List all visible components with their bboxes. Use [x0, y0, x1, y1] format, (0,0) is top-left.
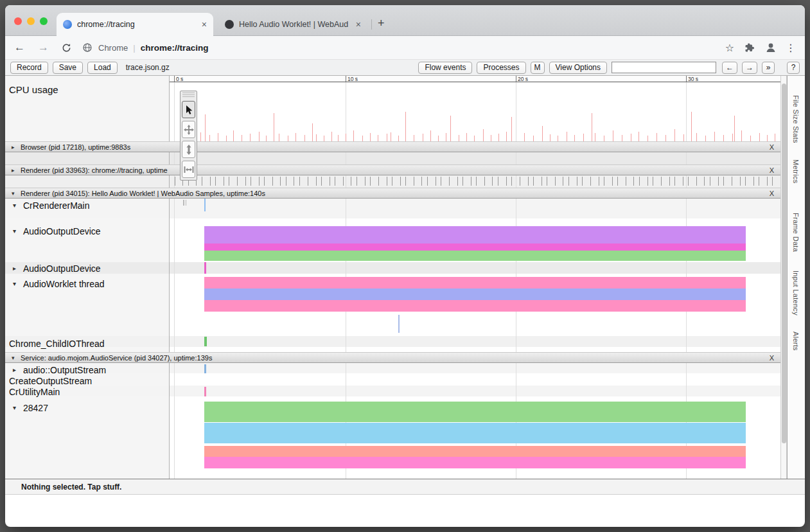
vertical-scrollbar[interactable]	[780, 76, 787, 479]
close-track-button[interactable]: X	[770, 190, 774, 197]
forward-icon[interactable]: →	[38, 41, 49, 54]
timeline-area[interactable]: 0 s10 s20 s30 s	[170, 76, 780, 479]
audio-output-device-bar[interactable]	[204, 226, 746, 244]
process-header-browser[interactable]: ▸ Browser (pid 17218), uptime:9883s X	[5, 141, 780, 152]
close-track-button[interactable]: X	[770, 143, 774, 151]
thread-label-outputstream[interactable]: ▸ audio::OutputStream	[13, 364, 106, 375]
cpu-usage-spike	[324, 136, 324, 141]
crrenderermain-event-mark[interactable]	[183, 200, 184, 206]
process-header-audio-service[interactable]: ▾ Service: audio.mojom.AudioService (pid…	[5, 352, 780, 363]
processes-button[interactable]: Processes	[477, 62, 525, 74]
extensions-icon[interactable]	[744, 42, 755, 53]
help-button[interactable]: ?	[787, 62, 800, 74]
pan-tool-button[interactable]	[182, 121, 195, 138]
sidebar-tab-input-latency[interactable]: Input Latency	[792, 270, 800, 315]
view-options-button[interactable]: View Options	[549, 62, 607, 74]
cpu-usage-spike	[574, 135, 575, 141]
close-icon[interactable]: ×	[356, 20, 361, 29]
tab-audio-worklet[interactable]: Hello Audio Worklet! | WebAud ×	[218, 13, 367, 36]
sidebar-tab-file-size-stats[interactable]: File Size Stats	[792, 95, 800, 143]
trace-event-tick	[405, 177, 406, 186]
timing-tool-button[interactable]	[182, 161, 195, 178]
close-track-button[interactable]: X	[770, 166, 774, 174]
menu-kebab-icon[interactable]: ⋮	[786, 42, 796, 54]
close-window-button[interactable]	[14, 17, 22, 25]
find-previous-button[interactable]: ←	[722, 62, 737, 74]
thread-name: AudioOutputDevice	[23, 263, 101, 274]
cpu-usage-spike	[622, 135, 622, 141]
cpu-usage-spike	[647, 136, 648, 141]
reload-icon[interactable]	[62, 43, 71, 53]
audioworklet-bar[interactable]	[204, 300, 746, 312]
trace-event-tick	[365, 177, 365, 186]
scrollbar-thumb[interactable]	[782, 84, 786, 443]
filter-input[interactable]	[612, 62, 716, 73]
cpu-usage-spike	[759, 133, 760, 141]
thread-label-crrenderermain[interactable]: ▾ CrRendererMain	[13, 200, 89, 211]
audioworklet-bar[interactable]	[204, 288, 746, 300]
thread-label-crutilitymain[interactable]: CrUtilityMain	[9, 386, 60, 397]
close-track-button[interactable]: X	[770, 354, 774, 362]
outputstream-event-mark[interactable]	[204, 364, 206, 373]
profile-avatar-icon[interactable]	[765, 42, 777, 53]
load-button[interactable]: Load	[87, 62, 118, 74]
flow-events-button[interactable]: Flow events	[418, 62, 472, 74]
trace-event-tick	[436, 177, 436, 186]
thread-label-28427[interactable]: ▾ 28427	[13, 402, 48, 413]
selection-tool-button[interactable]	[182, 101, 195, 118]
p28427-bar[interactable]	[204, 402, 746, 422]
trace-event-tick	[718, 177, 719, 186]
more-button[interactable]: »	[762, 62, 775, 74]
flow-event-mark[interactable]	[398, 315, 400, 333]
sidebar-tab-alerts[interactable]: Alerts	[792, 332, 800, 351]
p28427-bar[interactable]	[204, 457, 746, 468]
minimize-window-button[interactable]	[27, 17, 35, 25]
cpu-usage-spike	[304, 135, 305, 141]
trace-event-tick	[555, 177, 556, 186]
cpu-usage-spike	[438, 136, 439, 141]
sidebar-tab-metrics[interactable]: Metrics	[792, 159, 800, 184]
url-text[interactable]: chrome://tracing	[141, 43, 209, 53]
zoom-window-button[interactable]	[40, 17, 48, 25]
childio-event-mark[interactable]	[204, 337, 207, 346]
tab-tracing[interactable]: chrome://tracing ×	[57, 13, 213, 36]
thread-label-createoutputstream[interactable]: CreateOutputStream	[9, 375, 92, 386]
audio-output-device-2-mark[interactable]	[204, 262, 206, 274]
save-button[interactable]: Save	[53, 62, 83, 74]
trace-event-tick	[392, 177, 392, 186]
expander-icon: ▸	[13, 265, 21, 272]
thread-label-audiooutputdevice-2[interactable]: ▸ AudioOutputDevice	[13, 263, 101, 274]
audio-output-device-bar[interactable]	[204, 251, 746, 261]
p28427-bar[interactable]	[204, 446, 746, 457]
thread-label-audioworklet[interactable]: ▾ AudioWorklet thread	[13, 278, 105, 289]
zoom-tool-button[interactable]	[182, 141, 195, 158]
sidebar-tab-frame-data[interactable]: Frame Data	[792, 213, 800, 252]
audio-output-device-bar[interactable]	[204, 244, 746, 251]
cpu-usage-spike	[226, 136, 227, 141]
find-next-button[interactable]: →	[742, 62, 757, 74]
cpu-usage-spike	[423, 134, 423, 141]
new-tab-button[interactable]: +	[378, 17, 385, 30]
close-icon[interactable]: ×	[202, 20, 207, 29]
audioworklet-bar[interactable]	[204, 277, 746, 288]
bookmark-star-icon[interactable]: ☆	[725, 42, 734, 54]
browser-window: chrome://tracing × Hello Audio Worklet! …	[5, 5, 805, 527]
p28427-bar[interactable]	[204, 423, 746, 443]
process-header-renderer-tracing[interactable]: ▸ Renderer (pid 33963): chrome://tracing…	[5, 164, 780, 175]
cpu-usage-label: CPU usage	[9, 84, 58, 95]
cpu-usage-spike	[405, 112, 406, 141]
process-header-renderer-audio[interactable]: ▾ Renderer (pid 34015): Hello Audio Work…	[5, 188, 780, 199]
trace-event-tick	[661, 177, 662, 186]
palette-drag-handle[interactable]	[182, 93, 195, 98]
thread-label-audiooutputdevice-1[interactable]: ▾ AudioOutputDevice	[13, 226, 101, 236]
record-button[interactable]: Record	[10, 62, 48, 74]
thread-label-childiothread[interactable]: Chrome_ChildIOThread	[9, 338, 105, 349]
trace-event-tick	[683, 177, 683, 186]
crrenderermain-event-mark[interactable]	[204, 199, 206, 211]
crutilitymain-event-mark[interactable]	[204, 387, 206, 396]
back-icon[interactable]: ←	[14, 41, 25, 54]
metrics-button[interactable]: M	[531, 62, 545, 74]
cpu-usage-spike	[391, 132, 391, 141]
trace-event-tick	[370, 177, 371, 186]
crrenderermain-event-mark[interactable]	[186, 200, 186, 206]
